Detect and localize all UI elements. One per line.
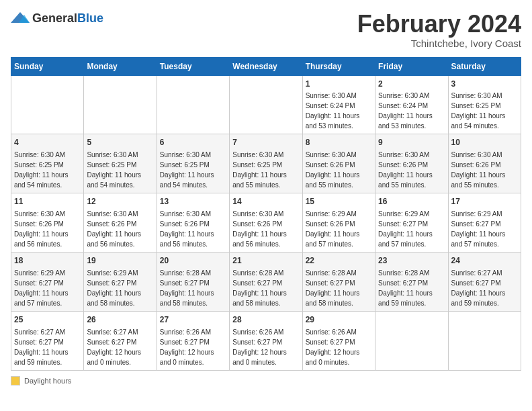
day-info: Sunrise: 6:30 AM Sunset: 6:26 PM Dayligh… xyxy=(306,151,360,189)
day-info: Sunrise: 6:26 AM Sunset: 6:27 PM Dayligh… xyxy=(160,328,214,366)
daylight-icon xyxy=(11,376,20,385)
calendar-cell xyxy=(11,75,84,134)
day-number: 11 xyxy=(14,196,81,208)
day-number: 10 xyxy=(451,137,518,148)
day-number: 14 xyxy=(232,196,299,208)
subtitle: Tchintchebe, Ivory Coast xyxy=(357,38,521,49)
day-number: 2 xyxy=(378,79,445,90)
day-number: 7 xyxy=(232,137,299,148)
calendar-cell: 26Sunrise: 6:27 AM Sunset: 6:27 PM Dayli… xyxy=(84,311,157,370)
calendar-header-tuesday: Tuesday xyxy=(157,57,229,75)
calendar-cell xyxy=(230,75,302,134)
title-area: February 2024 Tchintchebe, Ivory Coast xyxy=(357,11,521,49)
day-info: Sunrise: 6:26 AM Sunset: 6:27 PM Dayligh… xyxy=(306,328,360,366)
day-number: 6 xyxy=(160,137,226,148)
calendar-header-sunday: Sunday xyxy=(11,57,84,75)
day-info: Sunrise: 6:26 AM Sunset: 6:27 PM Dayligh… xyxy=(232,328,287,366)
calendar-cell: 10Sunrise: 6:30 AM Sunset: 6:26 PM Dayli… xyxy=(448,134,521,193)
calendar-cell: 3Sunrise: 6:30 AM Sunset: 6:25 PM Daylig… xyxy=(448,75,521,134)
calendar-cell: 7Sunrise: 6:30 AM Sunset: 6:25 PM Daylig… xyxy=(230,134,302,193)
calendar-week-row: 25Sunrise: 6:27 AM Sunset: 6:27 PM Dayli… xyxy=(11,311,521,370)
day-number: 15 xyxy=(306,196,372,208)
day-info: Sunrise: 6:30 AM Sunset: 6:26 PM Dayligh… xyxy=(160,210,214,248)
footer: Daylight hours xyxy=(11,376,521,385)
day-number: 26 xyxy=(87,314,153,326)
day-info: Sunrise: 6:30 AM Sunset: 6:25 PM Dayligh… xyxy=(160,151,214,189)
day-info: Sunrise: 6:29 AM Sunset: 6:27 PM Dayligh… xyxy=(378,210,433,248)
day-info: Sunrise: 6:28 AM Sunset: 6:27 PM Dayligh… xyxy=(378,269,433,307)
calendar-cell: 19Sunrise: 6:29 AM Sunset: 6:27 PM Dayli… xyxy=(84,252,157,311)
calendar-cell: 5Sunrise: 6:30 AM Sunset: 6:25 PM Daylig… xyxy=(84,134,157,193)
day-info: Sunrise: 6:30 AM Sunset: 6:26 PM Dayligh… xyxy=(232,210,287,248)
header: GeneralBlue February 2024 Tchintchebe, I… xyxy=(11,11,521,49)
day-number: 17 xyxy=(451,196,518,208)
day-number: 3 xyxy=(451,79,518,90)
day-info: Sunrise: 6:29 AM Sunset: 6:26 PM Dayligh… xyxy=(306,210,360,248)
calendar-cell: 8Sunrise: 6:30 AM Sunset: 6:26 PM Daylig… xyxy=(302,134,375,193)
logo: GeneralBlue xyxy=(11,11,103,26)
day-number: 12 xyxy=(87,196,153,208)
day-info: Sunrise: 6:30 AM Sunset: 6:26 PM Dayligh… xyxy=(87,210,141,248)
day-info: Sunrise: 6:30 AM Sunset: 6:26 PM Dayligh… xyxy=(378,151,433,189)
calendar-cell: 11Sunrise: 6:30 AM Sunset: 6:26 PM Dayli… xyxy=(11,193,84,253)
calendar-cell xyxy=(157,75,229,134)
logo-general: General xyxy=(32,11,77,25)
calendar-cell xyxy=(84,75,157,134)
calendar-cell: 9Sunrise: 6:30 AM Sunset: 6:26 PM Daylig… xyxy=(375,134,448,193)
calendar-header-friday: Friday xyxy=(375,57,448,75)
calendar-cell: 25Sunrise: 6:27 AM Sunset: 6:27 PM Dayli… xyxy=(11,311,84,370)
calendar-cell xyxy=(448,311,521,370)
calendar-week-row: 4Sunrise: 6:30 AM Sunset: 6:25 PM Daylig… xyxy=(11,134,521,193)
calendar-cell: 14Sunrise: 6:30 AM Sunset: 6:26 PM Dayli… xyxy=(230,193,302,253)
day-info: Sunrise: 6:30 AM Sunset: 6:24 PM Dayligh… xyxy=(378,92,433,130)
day-number: 5 xyxy=(87,137,153,148)
day-number: 20 xyxy=(160,255,226,267)
day-info: Sunrise: 6:28 AM Sunset: 6:27 PM Dayligh… xyxy=(306,269,360,307)
calendar-header-monday: Monday xyxy=(84,57,157,75)
day-number: 9 xyxy=(378,137,445,148)
day-info: Sunrise: 6:27 AM Sunset: 6:27 PM Dayligh… xyxy=(451,269,506,307)
day-info: Sunrise: 6:28 AM Sunset: 6:27 PM Dayligh… xyxy=(232,269,287,307)
day-info: Sunrise: 6:27 AM Sunset: 6:27 PM Dayligh… xyxy=(87,328,141,366)
calendar-cell: 16Sunrise: 6:29 AM Sunset: 6:27 PM Dayli… xyxy=(375,193,448,253)
day-info: Sunrise: 6:30 AM Sunset: 6:25 PM Dayligh… xyxy=(451,92,506,130)
day-info: Sunrise: 6:29 AM Sunset: 6:27 PM Dayligh… xyxy=(14,269,69,307)
calendar-cell: 1Sunrise: 6:30 AM Sunset: 6:24 PM Daylig… xyxy=(302,75,375,134)
calendar-cell: 24Sunrise: 6:27 AM Sunset: 6:27 PM Dayli… xyxy=(448,252,521,311)
calendar-header-row: SundayMondayTuesdayWednesdayThursdayFrid… xyxy=(11,57,521,75)
logo-icon xyxy=(11,11,30,26)
day-number: 8 xyxy=(306,137,372,148)
calendar-cell: 17Sunrise: 6:29 AM Sunset: 6:27 PM Dayli… xyxy=(448,193,521,253)
calendar-cell: 28Sunrise: 6:26 AM Sunset: 6:27 PM Dayli… xyxy=(230,311,302,370)
calendar-header-saturday: Saturday xyxy=(448,57,521,75)
day-info: Sunrise: 6:30 AM Sunset: 6:25 PM Dayligh… xyxy=(232,151,287,189)
calendar-week-row: 11Sunrise: 6:30 AM Sunset: 6:26 PM Dayli… xyxy=(11,193,521,253)
calendar-cell: 18Sunrise: 6:29 AM Sunset: 6:27 PM Dayli… xyxy=(11,252,84,311)
day-number: 19 xyxy=(87,255,153,267)
calendar-cell: 15Sunrise: 6:29 AM Sunset: 6:26 PM Dayli… xyxy=(302,193,375,253)
day-info: Sunrise: 6:30 AM Sunset: 6:25 PM Dayligh… xyxy=(14,151,69,189)
calendar-cell: 27Sunrise: 6:26 AM Sunset: 6:27 PM Dayli… xyxy=(157,311,229,370)
calendar-table: SundayMondayTuesdayWednesdayThursdayFrid… xyxy=(11,57,521,371)
daylight-label: Daylight hours xyxy=(24,377,71,385)
day-info: Sunrise: 6:30 AM Sunset: 6:24 PM Dayligh… xyxy=(306,92,360,130)
day-number: 29 xyxy=(306,314,372,326)
day-number: 1 xyxy=(306,79,372,90)
day-info: Sunrise: 6:29 AM Sunset: 6:27 PM Dayligh… xyxy=(451,210,506,248)
calendar-cell: 12Sunrise: 6:30 AM Sunset: 6:26 PM Dayli… xyxy=(84,193,157,253)
calendar-header-thursday: Thursday xyxy=(302,57,375,75)
calendar-cell xyxy=(375,311,448,370)
day-number: 25 xyxy=(14,314,81,326)
day-number: 27 xyxy=(160,314,226,326)
calendar-cell: 22Sunrise: 6:28 AM Sunset: 6:27 PM Dayli… xyxy=(302,252,375,311)
day-info: Sunrise: 6:27 AM Sunset: 6:27 PM Dayligh… xyxy=(14,328,69,366)
calendar-cell: 6Sunrise: 6:30 AM Sunset: 6:25 PM Daylig… xyxy=(157,134,229,193)
day-number: 28 xyxy=(232,314,299,326)
day-number: 24 xyxy=(451,255,518,267)
calendar-cell: 23Sunrise: 6:28 AM Sunset: 6:27 PM Dayli… xyxy=(375,252,448,311)
day-info: Sunrise: 6:30 AM Sunset: 6:26 PM Dayligh… xyxy=(451,151,506,189)
day-number: 21 xyxy=(232,255,299,267)
day-number: 22 xyxy=(306,255,372,267)
calendar-cell: 13Sunrise: 6:30 AM Sunset: 6:26 PM Dayli… xyxy=(157,193,229,253)
calendar-cell: 4Sunrise: 6:30 AM Sunset: 6:25 PM Daylig… xyxy=(11,134,84,193)
